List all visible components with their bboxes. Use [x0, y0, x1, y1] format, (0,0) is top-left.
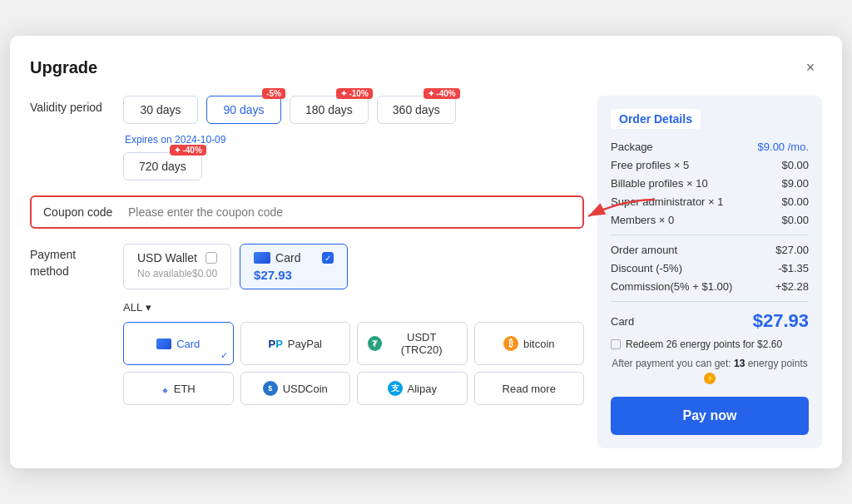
package-label: Package [611, 141, 653, 153]
method-alipay[interactable]: 支 Alipay [357, 372, 468, 405]
order-row-members: Members × 0 $0.00 [611, 214, 809, 226]
method-card-label: Card [176, 338, 200, 350]
commission-value: +$2.28 [775, 280, 809, 293]
coupon-label: Coupon code [43, 205, 118, 219]
usdcoin-icon: $ [263, 381, 278, 396]
usd-wallet-label: USD Wallet [137, 251, 197, 264]
method-bitcoin-label: bitcoin [523, 338, 555, 350]
badge-90d: -5% [262, 88, 285, 99]
methods-section: ALL ▾ Card ✓ PP PayPal [123, 301, 584, 405]
usd-wallet-subtitle: No available [137, 268, 192, 279]
free-profiles-amount: $0.00 [781, 159, 809, 171]
order-row-commission: Commission(5% + $1.00) +$2.28 [611, 280, 809, 293]
validity-90d[interactable]: 90 days -5% [206, 96, 281, 124]
order-row-amount: Order amount $27.00 [611, 244, 809, 256]
redeem-label: Redeem 26 energy points for $2.60 [626, 338, 782, 350]
method-card[interactable]: Card ✓ [123, 322, 234, 365]
energy-count: 13 [734, 358, 745, 369]
method-usdt-label: USDT (TRC20) [387, 331, 457, 356]
methods-filter[interactable]: ALL ▾ [123, 301, 584, 314]
method-usdcoin[interactable]: $ USDCoin [240, 372, 351, 405]
billable-amount: $9.00 [781, 177, 809, 190]
method-paypal-label: PayPal [288, 338, 322, 350]
usd-wallet-option[interactable]: USD Wallet No available $0.00 [123, 244, 231, 289]
btc-icon: ₿ [503, 336, 518, 351]
order-row-total: Card $27.93 [611, 310, 809, 332]
validity-label: Validity period [30, 96, 113, 114]
order-row-free: Free profiles × 5 $0.00 [611, 159, 809, 171]
expires-text: Expires on 2024-10-09 [125, 134, 456, 146]
redeem-checkbox[interactable] [611, 339, 621, 349]
order-row-billable: Billable profiles × 10 $9.00 [611, 177, 809, 190]
chevron-down-icon: ▾ [146, 301, 151, 314]
validity-30d[interactable]: 30 days [123, 96, 198, 124]
redeem-row: Redeem 26 energy points for $2.60 [611, 338, 809, 350]
order-details-title: Order Details [611, 109, 701, 129]
modal-title: Upgrade [30, 58, 97, 77]
admin-label: Super administrator × 1 [611, 195, 723, 208]
energy-text-after: energy points [745, 358, 807, 369]
close-button[interactable]: × [799, 56, 822, 79]
validity-720d[interactable]: 720 days -40% [123, 152, 202, 180]
usdt-icon: ₮ [368, 336, 382, 351]
package-amount: $9.00 /mo. [758, 141, 809, 153]
pay-now-button[interactable]: Pay now [611, 397, 809, 435]
left-panel: Validity period 30 days 90 days -5% 180 … [30, 96, 584, 448]
upgrade-modal: Upgrade × Validity period 30 days 90 day… [10, 36, 842, 468]
validity-top-row: 30 days 90 days -5% 180 days -10% 360 da… [123, 96, 456, 124]
order-amount-value: $27.00 [775, 244, 809, 256]
method-eth-label: ETH [174, 383, 196, 395]
card-check-icon: ✓ [220, 350, 228, 361]
badge-180d: -10% [336, 88, 373, 99]
method-readmore-label: Read more [503, 383, 556, 395]
order-row-admin: Super administrator × 1 $0.00 [611, 195, 809, 208]
method-usdcoin-label: USDCoin [283, 383, 328, 395]
order-row-package: Package $9.00 /mo. [611, 141, 809, 153]
badge-360d: -40% [424, 88, 460, 99]
alipay-icon: 支 [388, 381, 403, 396]
validity-180d[interactable]: 180 days -10% [290, 96, 369, 124]
usd-wallet-checkbox[interactable] [206, 252, 217, 264]
method-bitcoin[interactable]: ₿ bitcoin [474, 322, 585, 365]
free-profiles-label: Free profiles × 5 [611, 159, 689, 171]
card-amount: $27.93 [254, 268, 334, 282]
main-content: Validity period 30 days 90 days -5% 180 … [30, 96, 822, 448]
validity-options: 30 days 90 days -5% 180 days -10% 360 da… [123, 96, 456, 180]
admin-amount: $0.00 [781, 195, 809, 208]
members-amount: $0.00 [781, 214, 809, 226]
coupon-input[interactable] [128, 205, 571, 219]
badge-720d: -40% [170, 145, 206, 156]
energy-text-before: After payment you can get: [612, 358, 734, 369]
energy-info: After payment you can get: 13 energy poi… [611, 357, 809, 385]
filter-label: ALL [123, 301, 142, 314]
order-row-discount: Discount (-5%) -$1.35 [611, 262, 809, 274]
card-checkbox[interactable]: ✓ [322, 252, 334, 264]
card-option[interactable]: Card ✓ $27.93 [240, 244, 348, 289]
method-usdt[interactable]: ₮ USDT (TRC20) [357, 322, 468, 365]
discount-label: Discount (-5%) [611, 262, 682, 274]
payment-method-section: Paymentmethod USD Wallet No available $0… [30, 244, 584, 289]
methods-grid: Card ✓ PP PayPal ₮ USDT (TRC20) [123, 322, 584, 405]
validity-bottom-row: 720 days -40% [123, 152, 456, 180]
coupon-row: Coupon code [30, 195, 584, 229]
validity-row: Validity period 30 days 90 days -5% 180 … [30, 96, 584, 180]
members-label: Members × 0 [611, 214, 674, 226]
total-label: Card [611, 315, 634, 328]
modal-header: Upgrade × [30, 56, 822, 79]
total-amount: $27.93 [753, 310, 809, 332]
method-eth[interactable]: ⬥ ETH [123, 372, 234, 405]
coupon-wrapper: Coupon code [30, 195, 584, 229]
method-readmore[interactable]: Read more [474, 372, 585, 405]
right-panel: Order Details Package $9.00 /mo. Free pr… [597, 96, 822, 448]
validity-360d[interactable]: 360 days -40% [377, 96, 456, 124]
commission-label: Commission(5% + $1.00) [611, 280, 732, 293]
eth-icon: ⬥ [161, 382, 169, 396]
method-paypal[interactable]: PP PayPal [240, 322, 351, 365]
billable-label: Billable profiles × 10 [611, 177, 708, 190]
payment-options: USD Wallet No available $0.00 [123, 244, 348, 289]
paypal-icon: PP [268, 338, 282, 350]
energy-icon: ⚡ [704, 373, 716, 384]
discount-value: -$1.35 [778, 262, 809, 274]
usd-wallet-amount: $0.00 [192, 268, 217, 279]
payment-label: Paymentmethod [30, 244, 113, 279]
